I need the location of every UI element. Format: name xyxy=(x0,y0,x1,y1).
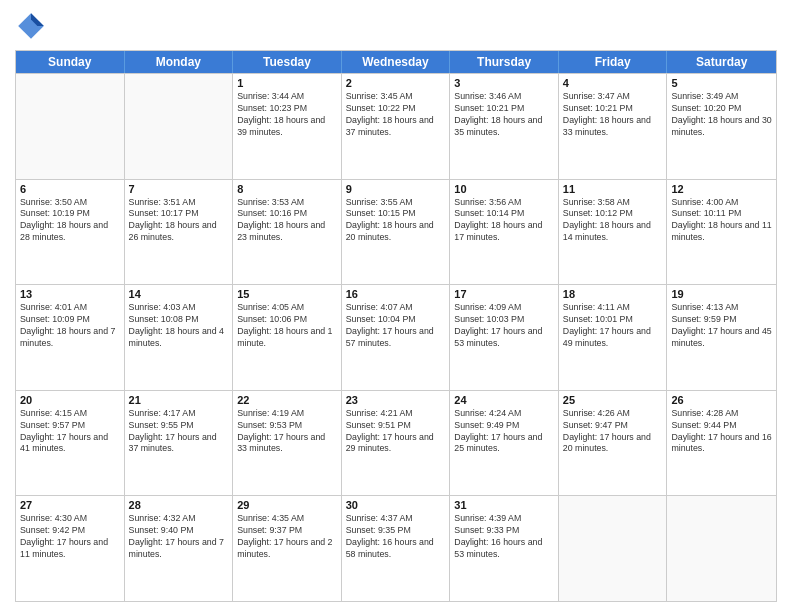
day-number: 30 xyxy=(346,499,446,511)
day-number: 2 xyxy=(346,77,446,89)
day-cell-15: 15Sunrise: 4:05 AM Sunset: 10:06 PM Dayl… xyxy=(233,285,342,390)
day-info: Sunrise: 4:17 AM Sunset: 9:55 PM Dayligh… xyxy=(129,408,229,456)
day-info: Sunrise: 4:00 AM Sunset: 10:11 PM Daylig… xyxy=(671,197,772,245)
day-info: Sunrise: 4:01 AM Sunset: 10:09 PM Daylig… xyxy=(20,302,120,350)
day-cell-5: 5Sunrise: 3:49 AM Sunset: 10:20 PM Dayli… xyxy=(667,74,776,179)
calendar-row: 13Sunrise: 4:01 AM Sunset: 10:09 PM Dayl… xyxy=(16,284,776,390)
day-cell-19: 19Sunrise: 4:13 AM Sunset: 9:59 PM Dayli… xyxy=(667,285,776,390)
day-cell-7: 7Sunrise: 3:51 AM Sunset: 10:17 PM Dayli… xyxy=(125,180,234,285)
day-number: 13 xyxy=(20,288,120,300)
day-number: 23 xyxy=(346,394,446,406)
day-number: 28 xyxy=(129,499,229,511)
day-number: 19 xyxy=(671,288,772,300)
day-number: 21 xyxy=(129,394,229,406)
day-info: Sunrise: 3:51 AM Sunset: 10:17 PM Daylig… xyxy=(129,197,229,245)
day-info: Sunrise: 3:44 AM Sunset: 10:23 PM Daylig… xyxy=(237,91,337,139)
day-cell-22: 22Sunrise: 4:19 AM Sunset: 9:53 PM Dayli… xyxy=(233,391,342,496)
day-info: Sunrise: 4:09 AM Sunset: 10:03 PM Daylig… xyxy=(454,302,554,350)
day-info: Sunrise: 4:26 AM Sunset: 9:47 PM Dayligh… xyxy=(563,408,663,456)
day-cell-1: 1Sunrise: 3:44 AM Sunset: 10:23 PM Dayli… xyxy=(233,74,342,179)
day-number: 29 xyxy=(237,499,337,511)
day-info: Sunrise: 4:24 AM Sunset: 9:49 PM Dayligh… xyxy=(454,408,554,456)
day-header-wednesday: Wednesday xyxy=(342,51,451,73)
day-info: Sunrise: 4:13 AM Sunset: 9:59 PM Dayligh… xyxy=(671,302,772,350)
day-number: 31 xyxy=(454,499,554,511)
day-header-sunday: Sunday xyxy=(16,51,125,73)
calendar-header: SundayMondayTuesdayWednesdayThursdayFrid… xyxy=(16,51,776,73)
calendar-row: 6Sunrise: 3:50 AM Sunset: 10:19 PM Dayli… xyxy=(16,179,776,285)
calendar-row: 20Sunrise: 4:15 AM Sunset: 9:57 PM Dayli… xyxy=(16,390,776,496)
day-number: 17 xyxy=(454,288,554,300)
day-number: 16 xyxy=(346,288,446,300)
day-cell-31: 31Sunrise: 4:39 AM Sunset: 9:33 PM Dayli… xyxy=(450,496,559,601)
day-header-saturday: Saturday xyxy=(667,51,776,73)
day-info: Sunrise: 4:21 AM Sunset: 9:51 PM Dayligh… xyxy=(346,408,446,456)
day-cell-17: 17Sunrise: 4:09 AM Sunset: 10:03 PM Dayl… xyxy=(450,285,559,390)
day-cell-20: 20Sunrise: 4:15 AM Sunset: 9:57 PM Dayli… xyxy=(16,391,125,496)
day-number: 24 xyxy=(454,394,554,406)
day-cell-21: 21Sunrise: 4:17 AM Sunset: 9:55 PM Dayli… xyxy=(125,391,234,496)
day-cell-10: 10Sunrise: 3:56 AM Sunset: 10:14 PM Dayl… xyxy=(450,180,559,285)
day-number: 18 xyxy=(563,288,663,300)
day-number: 12 xyxy=(671,183,772,195)
day-info: Sunrise: 3:53 AM Sunset: 10:16 PM Daylig… xyxy=(237,197,337,245)
empty-cell xyxy=(125,74,234,179)
day-cell-30: 30Sunrise: 4:37 AM Sunset: 9:35 PM Dayli… xyxy=(342,496,451,601)
day-number: 4 xyxy=(563,77,663,89)
day-number: 15 xyxy=(237,288,337,300)
day-number: 3 xyxy=(454,77,554,89)
day-info: Sunrise: 4:07 AM Sunset: 10:04 PM Daylig… xyxy=(346,302,446,350)
day-cell-28: 28Sunrise: 4:32 AM Sunset: 9:40 PM Dayli… xyxy=(125,496,234,601)
day-info: Sunrise: 4:15 AM Sunset: 9:57 PM Dayligh… xyxy=(20,408,120,456)
day-cell-16: 16Sunrise: 4:07 AM Sunset: 10:04 PM Dayl… xyxy=(342,285,451,390)
day-cell-12: 12Sunrise: 4:00 AM Sunset: 10:11 PM Dayl… xyxy=(667,180,776,285)
day-number: 10 xyxy=(454,183,554,195)
day-number: 14 xyxy=(129,288,229,300)
day-cell-11: 11Sunrise: 3:58 AM Sunset: 10:12 PM Dayl… xyxy=(559,180,668,285)
page: SundayMondayTuesdayWednesdayThursdayFrid… xyxy=(0,0,792,612)
day-info: Sunrise: 4:39 AM Sunset: 9:33 PM Dayligh… xyxy=(454,513,554,561)
day-number: 20 xyxy=(20,394,120,406)
day-info: Sunrise: 4:28 AM Sunset: 9:44 PM Dayligh… xyxy=(671,408,772,456)
day-cell-2: 2Sunrise: 3:45 AM Sunset: 10:22 PM Dayli… xyxy=(342,74,451,179)
day-number: 11 xyxy=(563,183,663,195)
day-info: Sunrise: 4:32 AM Sunset: 9:40 PM Dayligh… xyxy=(129,513,229,561)
day-info: Sunrise: 4:37 AM Sunset: 9:35 PM Dayligh… xyxy=(346,513,446,561)
day-info: Sunrise: 3:46 AM Sunset: 10:21 PM Daylig… xyxy=(454,91,554,139)
empty-cell xyxy=(16,74,125,179)
day-info: Sunrise: 4:11 AM Sunset: 10:01 PM Daylig… xyxy=(563,302,663,350)
day-cell-14: 14Sunrise: 4:03 AM Sunset: 10:08 PM Dayl… xyxy=(125,285,234,390)
calendar: SundayMondayTuesdayWednesdayThursdayFrid… xyxy=(15,50,777,602)
day-info: Sunrise: 4:19 AM Sunset: 9:53 PM Dayligh… xyxy=(237,408,337,456)
day-cell-8: 8Sunrise: 3:53 AM Sunset: 10:16 PM Dayli… xyxy=(233,180,342,285)
day-number: 5 xyxy=(671,77,772,89)
calendar-row: 1Sunrise: 3:44 AM Sunset: 10:23 PM Dayli… xyxy=(16,73,776,179)
day-cell-27: 27Sunrise: 4:30 AM Sunset: 9:42 PM Dayli… xyxy=(16,496,125,601)
day-cell-26: 26Sunrise: 4:28 AM Sunset: 9:44 PM Dayli… xyxy=(667,391,776,496)
day-number: 1 xyxy=(237,77,337,89)
empty-cell xyxy=(667,496,776,601)
day-header-thursday: Thursday xyxy=(450,51,559,73)
day-cell-13: 13Sunrise: 4:01 AM Sunset: 10:09 PM Dayl… xyxy=(16,285,125,390)
day-info: Sunrise: 4:35 AM Sunset: 9:37 PM Dayligh… xyxy=(237,513,337,561)
day-header-monday: Monday xyxy=(125,51,234,73)
day-info: Sunrise: 3:55 AM Sunset: 10:15 PM Daylig… xyxy=(346,197,446,245)
day-info: Sunrise: 4:05 AM Sunset: 10:06 PM Daylig… xyxy=(237,302,337,350)
day-cell-6: 6Sunrise: 3:50 AM Sunset: 10:19 PM Dayli… xyxy=(16,180,125,285)
day-cell-3: 3Sunrise: 3:46 AM Sunset: 10:21 PM Dayli… xyxy=(450,74,559,179)
day-number: 26 xyxy=(671,394,772,406)
day-header-friday: Friday xyxy=(559,51,668,73)
day-info: Sunrise: 3:58 AM Sunset: 10:12 PM Daylig… xyxy=(563,197,663,245)
day-cell-9: 9Sunrise: 3:55 AM Sunset: 10:15 PM Dayli… xyxy=(342,180,451,285)
day-cell-4: 4Sunrise: 3:47 AM Sunset: 10:21 PM Dayli… xyxy=(559,74,668,179)
day-info: Sunrise: 3:45 AM Sunset: 10:22 PM Daylig… xyxy=(346,91,446,139)
calendar-body: 1Sunrise: 3:44 AM Sunset: 10:23 PM Dayli… xyxy=(16,73,776,601)
day-number: 8 xyxy=(237,183,337,195)
day-info: Sunrise: 3:47 AM Sunset: 10:21 PM Daylig… xyxy=(563,91,663,139)
day-number: 9 xyxy=(346,183,446,195)
day-cell-24: 24Sunrise: 4:24 AM Sunset: 9:49 PM Dayli… xyxy=(450,391,559,496)
day-number: 25 xyxy=(563,394,663,406)
day-cell-23: 23Sunrise: 4:21 AM Sunset: 9:51 PM Dayli… xyxy=(342,391,451,496)
day-cell-29: 29Sunrise: 4:35 AM Sunset: 9:37 PM Dayli… xyxy=(233,496,342,601)
day-cell-18: 18Sunrise: 4:11 AM Sunset: 10:01 PM Dayl… xyxy=(559,285,668,390)
